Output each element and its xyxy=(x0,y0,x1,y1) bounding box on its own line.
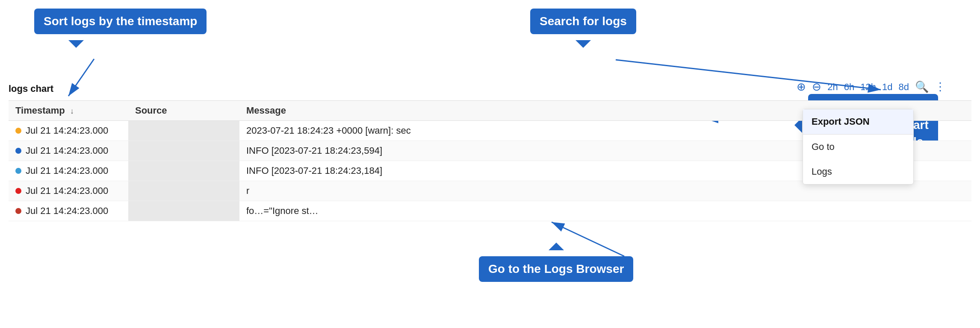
logs-item[interactable]: Logs xyxy=(803,159,913,184)
source-column-header[interactable]: Source xyxy=(128,101,239,121)
time-12h-button[interactable]: 12h xyxy=(860,82,876,93)
time-2h-button[interactable]: 2h xyxy=(827,82,838,93)
message-cell: fo…="Ignore st… xyxy=(239,201,971,221)
source-cell xyxy=(128,141,239,161)
log-level-dot xyxy=(15,208,21,214)
log-level-dot xyxy=(15,148,21,154)
log-level-dot xyxy=(15,128,21,134)
go-to-item[interactable]: Go to xyxy=(803,135,913,159)
time-8d-button[interactable]: 8d xyxy=(899,82,909,93)
timestamp-cell: Jul 21 14:24:23.000 xyxy=(9,201,128,221)
source-cell xyxy=(128,161,239,181)
log-level-dot xyxy=(15,188,21,194)
zoom-out-button[interactable]: ⊖ xyxy=(812,80,821,94)
source-cell xyxy=(128,181,239,201)
log-level-dot xyxy=(15,168,21,174)
timestamp-cell: Jul 21 14:24:23.000 xyxy=(9,161,128,181)
context-menu: Export JSON Go to Logs xyxy=(803,109,914,184)
more-options-button[interactable]: ⋮ xyxy=(935,80,946,94)
svg-line-1 xyxy=(68,59,94,96)
time-6h-button[interactable]: 6h xyxy=(844,82,854,93)
toolbar: ⊕ ⊖ 2h 6h 12h 1d 8d 🔍 ⋮ xyxy=(797,80,946,94)
source-cell xyxy=(128,201,239,221)
zoom-in-button[interactable]: ⊕ xyxy=(797,80,806,94)
timestamp-cell: Jul 21 14:24:23.000 xyxy=(9,121,128,141)
source-cell xyxy=(128,121,239,141)
sort-tooltip: Sort logs by the timestamp xyxy=(34,9,207,34)
export-json-item[interactable]: Export JSON xyxy=(803,109,913,135)
timestamp-column-header[interactable]: Timestamp ↓ xyxy=(9,101,128,121)
logs-chart-label: logs chart xyxy=(9,83,53,94)
table-row: Jul 21 14:24:23.000 fo…="Ignore st… xyxy=(9,201,971,221)
timestamp-cell: Jul 21 14:24:23.000 xyxy=(9,181,128,201)
time-1d-button[interactable]: 1d xyxy=(882,82,892,93)
search-button[interactable]: 🔍 xyxy=(915,80,929,94)
search-tooltip: Search for logs xyxy=(530,9,636,34)
sort-icon: ↓ xyxy=(70,107,74,115)
timestamp-cell: Jul 21 14:24:23.000 xyxy=(9,141,128,161)
